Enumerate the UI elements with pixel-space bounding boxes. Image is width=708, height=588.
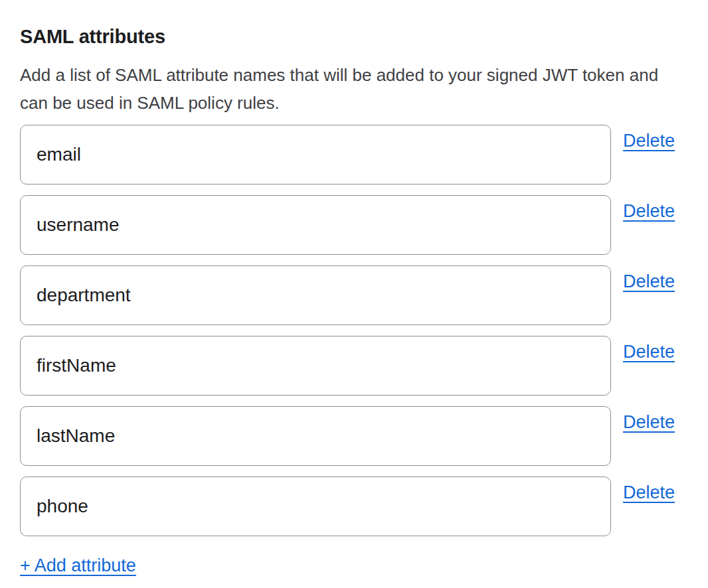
attribute-input[interactable] xyxy=(20,336,611,396)
attribute-input[interactable] xyxy=(20,125,611,184)
attribute-row: Delete xyxy=(20,125,688,184)
section-description: Add a list of SAML attribute names that … xyxy=(20,61,667,117)
attribute-input[interactable] xyxy=(20,477,611,536)
delete-link[interactable]: Delete xyxy=(623,130,675,151)
attribute-input[interactable] xyxy=(20,195,611,255)
attribute-row: Delete xyxy=(20,406,688,466)
attribute-row: Delete xyxy=(20,336,688,396)
delete-link[interactable]: Delete xyxy=(623,482,675,503)
delete-link[interactable]: Delete xyxy=(623,200,675,222)
attribute-input[interactable] xyxy=(20,406,611,466)
attribute-input[interactable] xyxy=(20,265,611,325)
page-title: SAML attributes xyxy=(20,25,688,48)
delete-link[interactable]: Delete xyxy=(623,271,675,292)
attribute-row: Delete xyxy=(20,265,688,325)
add-attribute-link[interactable]: + Add attribute xyxy=(20,555,136,576)
saml-attributes-section: SAML attributes Add a list of SAML attri… xyxy=(0,0,708,588)
delete-link[interactable]: Delete xyxy=(623,341,675,362)
delete-link[interactable]: Delete xyxy=(623,411,675,433)
attribute-row: Delete xyxy=(20,195,688,255)
attribute-row: Delete xyxy=(20,477,688,536)
attribute-list: Delete Delete Delete Delete Delete Delet… xyxy=(20,125,688,536)
